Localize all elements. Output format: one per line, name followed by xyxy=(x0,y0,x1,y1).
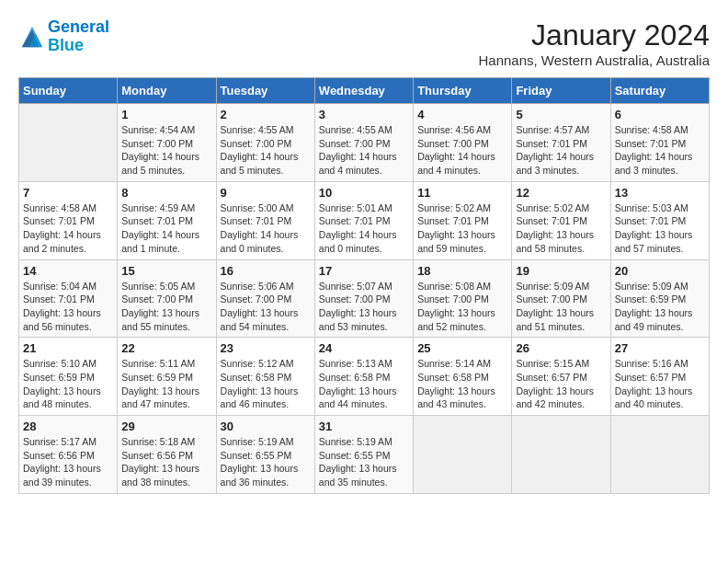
day-number: 23 xyxy=(221,341,311,355)
calendar-cell: 17Sunrise: 5:07 AMSunset: 7:00 PMDayligh… xyxy=(314,259,413,338)
calendar-cell: 9Sunrise: 5:00 AMSunset: 7:01 PMDaylight… xyxy=(216,181,314,259)
day-number: 19 xyxy=(516,264,606,278)
calendar-cell: 24Sunrise: 5:13 AMSunset: 6:58 PMDayligh… xyxy=(314,338,413,416)
day-info: Sunrise: 5:16 AMSunset: 6:57 PMDaylight:… xyxy=(615,357,705,411)
day-number: 2 xyxy=(221,108,311,121)
day-info: Sunrise: 4:55 AMSunset: 7:00 PMDaylight:… xyxy=(319,123,409,178)
day-number: 26 xyxy=(516,341,606,355)
calendar-cell xyxy=(610,416,709,494)
day-info: Sunrise: 5:15 AMSunset: 6:57 PMDaylight:… xyxy=(516,357,606,411)
day-info: Sunrise: 5:00 AMSunset: 7:01 PMDaylight:… xyxy=(221,201,311,256)
header-day-sunday: Sunday xyxy=(19,78,118,104)
day-info: Sunrise: 5:09 AMSunset: 6:59 PMDaylight:… xyxy=(615,280,705,334)
calendar-cell: 27Sunrise: 5:16 AMSunset: 6:57 PMDayligh… xyxy=(610,338,709,416)
day-number: 6 xyxy=(615,108,705,121)
calendar-cell: 10Sunrise: 5:01 AMSunset: 7:01 PMDayligh… xyxy=(314,181,413,259)
day-info: Sunrise: 5:11 AMSunset: 6:59 PMDaylight:… xyxy=(121,357,211,411)
calendar-cell: 13Sunrise: 5:03 AMSunset: 7:01 PMDayligh… xyxy=(610,181,709,259)
day-number: 4 xyxy=(417,108,507,121)
calendar-cell: 7Sunrise: 4:58 AMSunset: 7:01 PMDaylight… xyxy=(19,181,118,259)
calendar-table: SundayMondayTuesdayWednesdayThursdayFrid… xyxy=(18,77,710,494)
calendar-header: SundayMondayTuesdayWednesdayThursdayFrid… xyxy=(19,78,710,104)
calendar-cell: 21Sunrise: 5:10 AMSunset: 6:59 PMDayligh… xyxy=(19,338,118,416)
day-number: 22 xyxy=(121,341,211,355)
page-header: General Blue January 2024 Hannans, Weste… xyxy=(18,18,710,68)
logo-line2: Blue xyxy=(48,36,84,54)
day-number: 15 xyxy=(121,264,211,278)
day-number: 21 xyxy=(23,341,113,355)
header-day-friday: Friday xyxy=(512,78,610,104)
day-info: Sunrise: 4:57 AMSunset: 7:01 PMDaylight:… xyxy=(516,123,606,178)
day-number: 16 xyxy=(221,264,311,278)
day-info: Sunrise: 5:17 AMSunset: 6:56 PMDaylight:… xyxy=(23,435,113,489)
day-number: 9 xyxy=(221,186,311,200)
calendar-cell: 25Sunrise: 5:14 AMSunset: 6:58 PMDayligh… xyxy=(414,338,512,416)
day-info: Sunrise: 5:07 AMSunset: 7:00 PMDaylight:… xyxy=(319,280,409,334)
week-row-2: 7Sunrise: 4:58 AMSunset: 7:01 PMDaylight… xyxy=(19,181,710,259)
day-number: 20 xyxy=(615,264,705,278)
day-info: Sunrise: 4:55 AMSunset: 7:00 PMDaylight:… xyxy=(221,123,311,178)
week-row-3: 14Sunrise: 5:04 AMSunset: 7:01 PMDayligh… xyxy=(19,259,710,338)
calendar-cell xyxy=(19,104,118,182)
day-number: 25 xyxy=(417,341,507,355)
calendar-cell: 8Sunrise: 4:59 AMSunset: 7:01 PMDaylight… xyxy=(118,181,216,259)
day-info: Sunrise: 5:12 AMSunset: 6:58 PMDaylight:… xyxy=(221,357,311,411)
day-number: 18 xyxy=(417,264,507,278)
calendar-cell: 20Sunrise: 5:09 AMSunset: 6:59 PMDayligh… xyxy=(610,259,709,338)
calendar-cell: 31Sunrise: 5:19 AMSunset: 6:55 PMDayligh… xyxy=(314,416,413,494)
day-info: Sunrise: 5:09 AMSunset: 7:00 PMDaylight:… xyxy=(516,280,606,334)
week-row-4: 21Sunrise: 5:10 AMSunset: 6:59 PMDayligh… xyxy=(19,338,710,416)
day-info: Sunrise: 5:08 AMSunset: 7:00 PMDaylight:… xyxy=(417,280,507,334)
day-info: Sunrise: 5:02 AMSunset: 7:01 PMDaylight:… xyxy=(417,201,507,256)
logo-icon xyxy=(18,23,46,51)
day-info: Sunrise: 4:58 AMSunset: 7:01 PMDaylight:… xyxy=(615,123,705,178)
header-row: SundayMondayTuesdayWednesdayThursdayFrid… xyxy=(19,78,710,104)
header-day-saturday: Saturday xyxy=(610,78,709,104)
day-info: Sunrise: 4:59 AMSunset: 7:01 PMDaylight:… xyxy=(121,201,211,256)
day-number: 11 xyxy=(417,186,507,200)
calendar-cell: 11Sunrise: 5:02 AMSunset: 7:01 PMDayligh… xyxy=(414,181,512,259)
day-number: 5 xyxy=(516,108,606,121)
calendar-cell: 19Sunrise: 5:09 AMSunset: 7:00 PMDayligh… xyxy=(512,259,610,338)
calendar-cell: 2Sunrise: 4:55 AMSunset: 7:00 PMDaylight… xyxy=(216,104,314,182)
calendar-cell: 23Sunrise: 5:12 AMSunset: 6:58 PMDayligh… xyxy=(216,338,314,416)
calendar-cell: 18Sunrise: 5:08 AMSunset: 7:00 PMDayligh… xyxy=(414,259,512,338)
month-title: January 2024 xyxy=(478,18,710,52)
day-number: 7 xyxy=(23,186,113,200)
day-number: 24 xyxy=(319,341,409,355)
day-number: 1 xyxy=(121,108,211,121)
logo-line1: General xyxy=(48,17,109,36)
day-number: 28 xyxy=(23,419,113,433)
calendar-cell: 29Sunrise: 5:18 AMSunset: 6:56 PMDayligh… xyxy=(118,416,216,494)
day-info: Sunrise: 4:56 AMSunset: 7:00 PMDaylight:… xyxy=(417,123,507,178)
location-title: Hannans, Western Australia, Australia xyxy=(478,52,710,68)
calendar-body: 1Sunrise: 4:54 AMSunset: 7:00 PMDaylight… xyxy=(19,104,710,494)
day-number: 31 xyxy=(319,419,409,433)
day-info: Sunrise: 5:01 AMSunset: 7:01 PMDaylight:… xyxy=(319,201,409,256)
calendar-cell: 12Sunrise: 5:02 AMSunset: 7:01 PMDayligh… xyxy=(512,181,610,259)
calendar-cell: 3Sunrise: 4:55 AMSunset: 7:00 PMDaylight… xyxy=(314,104,413,182)
header-day-monday: Monday xyxy=(118,78,216,104)
calendar-cell: 30Sunrise: 5:19 AMSunset: 6:55 PMDayligh… xyxy=(216,416,314,494)
day-number: 30 xyxy=(221,419,311,433)
header-day-thursday: Thursday xyxy=(414,78,512,104)
day-info: Sunrise: 5:02 AMSunset: 7:01 PMDaylight:… xyxy=(516,201,606,256)
day-info: Sunrise: 5:03 AMSunset: 7:01 PMDaylight:… xyxy=(615,201,705,256)
calendar-cell: 14Sunrise: 5:04 AMSunset: 7:01 PMDayligh… xyxy=(19,259,118,338)
logo-text: General Blue xyxy=(48,18,109,55)
header-day-tuesday: Tuesday xyxy=(216,78,314,104)
day-info: Sunrise: 5:10 AMSunset: 6:59 PMDaylight:… xyxy=(23,357,113,411)
day-info: Sunrise: 5:13 AMSunset: 6:58 PMDaylight:… xyxy=(319,357,409,411)
calendar-cell: 6Sunrise: 4:58 AMSunset: 7:01 PMDaylight… xyxy=(610,104,709,182)
day-info: Sunrise: 5:19 AMSunset: 6:55 PMDaylight:… xyxy=(221,435,311,489)
day-number: 8 xyxy=(121,186,211,200)
day-number: 12 xyxy=(516,186,606,200)
calendar-cell: 4Sunrise: 4:56 AMSunset: 7:00 PMDaylight… xyxy=(414,104,512,182)
day-info: Sunrise: 4:54 AMSunset: 7:00 PMDaylight:… xyxy=(121,123,211,178)
day-number: 17 xyxy=(319,264,409,278)
calendar-cell: 16Sunrise: 5:06 AMSunset: 7:00 PMDayligh… xyxy=(216,259,314,338)
day-number: 13 xyxy=(615,186,705,200)
calendar-cell: 1Sunrise: 4:54 AMSunset: 7:00 PMDaylight… xyxy=(118,104,216,182)
calendar-cell: 22Sunrise: 5:11 AMSunset: 6:59 PMDayligh… xyxy=(118,338,216,416)
week-row-1: 1Sunrise: 4:54 AMSunset: 7:00 PMDaylight… xyxy=(19,104,710,182)
